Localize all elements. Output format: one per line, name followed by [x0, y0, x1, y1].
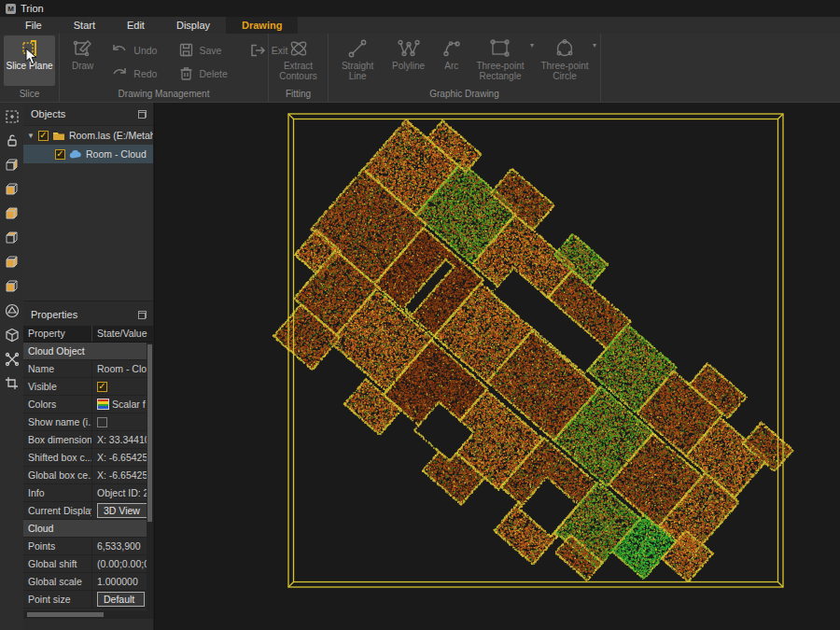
three-point-circle-dropdown-caret[interactable]: ▾ — [593, 41, 596, 49]
menu-bar: File Start Edit Display Drawing — [0, 17, 840, 34]
fit-view-icon[interactable] — [4, 108, 20, 124]
tree-item-label: Room - Cloud — [86, 148, 147, 160]
property-row[interactable]: Visible✓ — [23, 378, 153, 396]
visibility-checkbox[interactable]: ✓ — [55, 149, 65, 160]
tree-item[interactable]: ✓Room - Cloud — [23, 145, 153, 163]
property-row[interactable]: Global scale1.000000 — [23, 573, 153, 591]
objects-panel-header: Objects — [23, 103, 153, 125]
property-row[interactable]: Points6,533,900 — [23, 538, 153, 555]
property-row[interactable]: ColorsScalar f — [23, 396, 153, 413]
value-dropdown[interactable]: 3D View — [97, 503, 150, 518]
objects-tree: ▼✓Room.las (E:/Metah...✓Room - Cloud — [23, 125, 153, 301]
expand-arrow-icon[interactable]: ▼ — [27, 132, 35, 140]
viewport-canvas[interactable] — [155, 103, 840, 630]
property-row[interactable]: Shifted box c...X: -6.654250 — [23, 449, 153, 467]
arc-button[interactable]: Arc — [436, 35, 468, 86]
unlock-icon[interactable] — [4, 133, 20, 148]
tree-item[interactable]: ▼✓Room.las (E:/Metah... — [23, 126, 153, 145]
value-checkbox[interactable] — [97, 417, 107, 427]
perspective-view-icon[interactable] — [4, 302, 20, 318]
straight-line-icon — [347, 38, 368, 59]
value-dropdown[interactable]: Default — [97, 592, 145, 607]
property-section-row[interactable]: Cloud Object — [23, 343, 153, 360]
straight-line-button[interactable]: Straight Line — [334, 35, 381, 86]
title-bar: M Trion — [0, 0, 840, 17]
three-point-rectangle-dropdown-caret[interactable]: ▾ — [530, 41, 534, 49]
ribbon-group-label-slice: Slice — [0, 89, 59, 102]
undo-button[interactable]: Undo — [107, 38, 161, 62]
property-value: X: -6.654250 — [92, 467, 153, 483]
ribbon-group-drawing-management: Draw Undo Redo — [60, 34, 269, 102]
property-row[interactable]: InfoObject ID: 26 — [23, 484, 153, 502]
clip-box-icon[interactable] — [4, 351, 20, 367]
menu-tab-start[interactable]: Start — [58, 17, 111, 34]
property-value: 1.000000 — [92, 573, 153, 590]
property-label: Visible — [23, 378, 92, 395]
property-label: Info — [23, 484, 92, 501]
three-point-circle-wrap: Three-point Circle ▾ — [538, 35, 596, 86]
menu-tab-display[interactable]: Display — [161, 17, 226, 34]
property-label: Current Display — [23, 502, 92, 519]
crop-icon[interactable] — [4, 375, 20, 391]
delete-button[interactable]: Delete — [175, 62, 231, 85]
float-panel-icon[interactable] — [138, 110, 147, 119]
delete-icon — [179, 66, 193, 80]
three-point-rectangle-wrap: Three-point Rectangle ▾ — [471, 35, 534, 86]
properties-column-header: Property State/Value — [23, 326, 153, 343]
extract-contours-icon — [287, 38, 310, 59]
ribbon-group-label-graphic-drawing: Graphic Drawing — [329, 89, 600, 102]
cube-back-face-icon[interactable] — [4, 254, 20, 270]
save-button[interactable]: Save — [175, 38, 231, 62]
redo-icon — [111, 67, 128, 80]
property-row[interactable]: Current Display3D View — [23, 502, 153, 520]
cube-right-face-icon[interactable] — [4, 157, 20, 173]
extract-contours-button[interactable]: Extract Contours — [273, 35, 324, 86]
objects-panel-title: Objects — [31, 108, 65, 119]
left-toolbar — [0, 103, 23, 630]
polyline-icon — [398, 38, 420, 59]
property-row[interactable]: NameRoom - Cloud — [23, 360, 153, 378]
cube-bottom-face-icon[interactable] — [4, 278, 20, 294]
cloud-icon — [69, 150, 82, 159]
menu-tab-file[interactable]: File — [9, 17, 58, 34]
properties-horizontal-scrollbar[interactable] — [23, 610, 147, 619]
float-panel-icon[interactable] — [138, 311, 147, 319]
cube-left-face-icon[interactable] — [4, 181, 20, 197]
property-row[interactable]: Global box ce...X: -6.654250 — [23, 467, 153, 484]
cube-top-face-icon[interactable] — [4, 230, 20, 245]
menu-tab-drawing[interactable]: Drawing — [226, 17, 298, 34]
cube-front-face-icon[interactable] — [4, 205, 20, 221]
property-row[interactable]: Point sizeDefault — [23, 591, 153, 609]
visibility-checkbox[interactable]: ✓ — [38, 131, 49, 141]
folder-icon — [52, 131, 65, 141]
slice-plane-icon — [20, 38, 40, 59]
property-label: Colors — [23, 396, 92, 413]
ribbon-group-graphic-drawing: Straight Line Polyline Arc — [329, 34, 601, 102]
axonometric-view-icon[interactable] — [4, 327, 20, 343]
property-value: (0.00;0.00;0.00 — [92, 555, 153, 572]
property-row[interactable]: Show name (i... — [23, 413, 153, 431]
property-row[interactable]: Global shift(0.00;0.00;0.00 — [23, 555, 153, 573]
menu-tab-edit[interactable]: Edit — [111, 17, 161, 34]
property-section-row[interactable]: Cloud — [23, 520, 153, 538]
ribbon-group-label-drawing-management: Drawing Management — [60, 89, 268, 102]
property-label: Points — [23, 538, 92, 554]
properties-vertical-scrollbar[interactable] — [147, 343, 153, 619]
slice-plane-button[interactable]: Slice Plane — [4, 35, 55, 86]
three-point-rectangle-button[interactable]: Three-point Rectangle — [471, 35, 529, 86]
property-value: X: 33.344101 — [92, 431, 153, 448]
ribbon-group-fitting: Extract Contours Fitting — [269, 34, 329, 102]
viewport-3d[interactable] — [155, 103, 840, 630]
redo-button[interactable]: Redo — [107, 62, 161, 85]
polyline-button[interactable]: Polyline — [385, 35, 431, 86]
property-value: Object ID: 26 — [92, 484, 153, 501]
property-row[interactable]: Box dimensionsX: 33.344101 — [23, 431, 153, 449]
property-value: 6,533,900 — [92, 538, 153, 554]
three-point-circle-button[interactable]: Three-point Circle — [538, 35, 592, 86]
ribbon-group-label-fitting: Fitting — [269, 89, 328, 102]
draw-button[interactable]: Draw — [71, 35, 94, 86]
property-value: ✓ — [92, 378, 153, 395]
value-checkbox[interactable]: ✓ — [97, 382, 107, 392]
three-point-rectangle-icon — [489, 38, 511, 59]
draw-icon — [73, 38, 93, 59]
